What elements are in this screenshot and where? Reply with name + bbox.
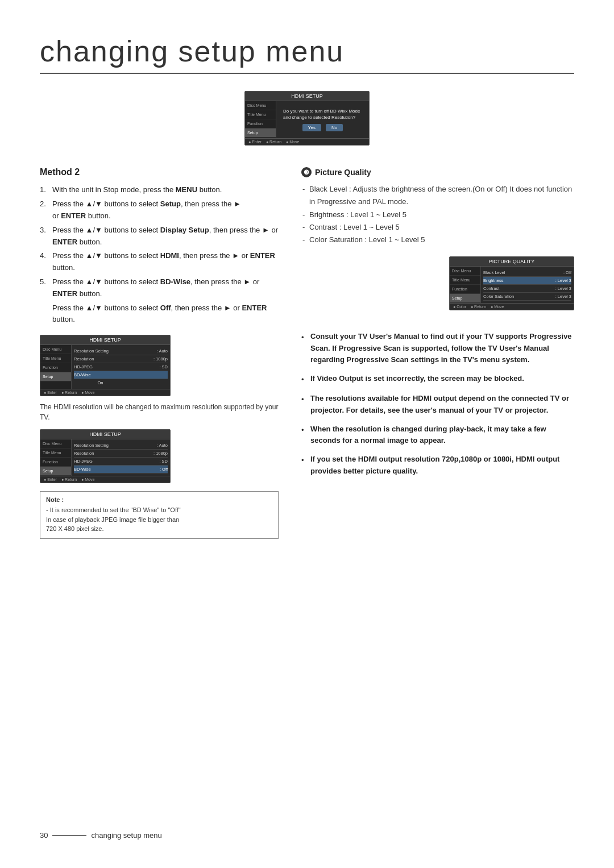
s2-nav-setup: Setup bbox=[40, 372, 71, 381]
btn-yes[interactable]: Yes bbox=[302, 124, 321, 131]
screen2-mockup: HDMI SETUP Disc Menu Title Menu Function… bbox=[40, 335, 171, 396]
bullet-text-2: If Video Output is set incorrectly, the … bbox=[310, 373, 574, 386]
note-text: - It is recommended to set the "BD Wise"… bbox=[46, 505, 272, 534]
s2-nav-func: Function bbox=[40, 363, 71, 372]
top-screen-sidebar: Disc Menu Title Menu Function Setup bbox=[245, 101, 276, 138]
s3-nav-setup: Setup bbox=[40, 467, 71, 476]
bullet-text-1: Consult your TV User's Manual to find ou… bbox=[310, 331, 574, 366]
pq-nav-title: Title Menu bbox=[450, 276, 480, 285]
screen2-nav: Disc Menu Title Menu Function Setup bbox=[40, 345, 72, 389]
pq-screen-header: PICTURE QUALITY bbox=[450, 257, 574, 267]
bullet-3: • The resolutions available for HDMI out… bbox=[301, 393, 574, 417]
pq-item-1: Black Level : Adjusts the brightness of … bbox=[301, 183, 574, 208]
note-title: Note : bbox=[46, 496, 272, 503]
s3-row-2: Resolution: 1080p bbox=[74, 450, 168, 458]
screen3-sidebar: Disc Menu Title Menu Function Setup Reso… bbox=[40, 439, 170, 476]
screen3-nav: Disc Menu Title Menu Function Setup bbox=[40, 439, 72, 476]
pq-screen-sidebar: Disc Menu Title Menu Function Setup Blac… bbox=[450, 267, 574, 303]
screen2-sidebar: Disc Menu Title Menu Function Setup Reso… bbox=[40, 345, 170, 389]
pq-list: Black Level : Adjusts the brightness of … bbox=[301, 183, 574, 246]
left-column: Method 2 1. With the unit in Stop mode, … bbox=[40, 167, 279, 538]
footer-enter: ● Enter bbox=[248, 140, 262, 144]
top-screen-buttons: Yes No bbox=[283, 124, 362, 131]
pq-heading: ❸ Picture Quality bbox=[301, 167, 574, 177]
pq-row-4: Color Saturation: Level 3 bbox=[483, 293, 571, 301]
bullet-text-5: If you set the HDMI output resolution 72… bbox=[310, 454, 574, 477]
step-4: 4. Press the ▲/▼ buttons to select HDMI,… bbox=[40, 250, 279, 274]
s2-off-label: On bbox=[74, 379, 168, 387]
pq-row-1: Black Level: Off bbox=[483, 269, 571, 277]
footer-label: changing setup menu bbox=[91, 831, 161, 840]
pq-screen-content: Black Level: Off Brightness: Level 3 Con… bbox=[481, 267, 574, 303]
s3-nav-disc: Disc Menu bbox=[40, 439, 71, 448]
page-footer: 30 changing setup menu bbox=[40, 831, 162, 840]
right-column: ❸ Picture Quality Black Level : Adjusts … bbox=[301, 167, 574, 538]
s2-row-3: HD-JPEG: SD bbox=[74, 363, 168, 371]
step-6: Press the ▲/▼ buttons to select Off, the… bbox=[40, 302, 279, 326]
footer-return: ● Return bbox=[266, 140, 281, 144]
screen2-header: HDMI SETUP bbox=[40, 335, 170, 345]
top-screen-footer: ● Enter ● Return ● Move bbox=[245, 138, 369, 145]
step-1: 1. With the unit in Stop mode, press the… bbox=[40, 184, 279, 196]
nav-function: Function bbox=[245, 119, 276, 128]
page-title: changing setup menu bbox=[40, 34, 574, 74]
pq-nav-disc: Disc Menu bbox=[450, 267, 480, 276]
bullet-text-4: When the resolution is changed during pl… bbox=[310, 423, 574, 447]
step-3: 3. Press the ▲/▼ buttons to select Displ… bbox=[40, 225, 279, 248]
nav-disc-menu: Disc Menu bbox=[245, 101, 276, 110]
nav-title-menu: Title Menu bbox=[245, 110, 276, 119]
pq-item-2: Brightness : Level 1 ~ Level 5 bbox=[301, 209, 574, 221]
s2-row-1: Resolution Setting: Auto bbox=[74, 347, 168, 355]
pq-item-3: Contrast : Level 1 ~ Level 5 bbox=[301, 221, 574, 234]
top-screen-content: Do you want to turn off BD Wixx Mode and… bbox=[276, 101, 369, 138]
note-box: Note : - It is recommended to set the "B… bbox=[40, 491, 279, 539]
pq-nav-func: Function bbox=[450, 285, 480, 294]
footer-line bbox=[52, 835, 86, 836]
bullet-dot-4: • bbox=[301, 425, 306, 447]
s3-nav-func: Function bbox=[40, 458, 71, 467]
nav-setup: Setup bbox=[245, 128, 276, 138]
top-screen-mockup: HDMI SETUP Disc Menu Title Menu Function… bbox=[244, 91, 370, 146]
pq-screen-footer: ● Color ● Return ● Move bbox=[450, 303, 574, 310]
pq-circle-num: ❸ bbox=[301, 167, 312, 177]
pq-screen-mockup: PICTURE QUALITY Disc Menu Title Menu Fun… bbox=[449, 256, 574, 310]
footer-move: ● Move bbox=[286, 140, 299, 144]
bullet-4: • When the resolution is changed during … bbox=[301, 423, 574, 447]
top-screen-dialog: Do you want to turn off BD Wixx Mode and… bbox=[279, 103, 367, 136]
bullet-dot-3: • bbox=[301, 394, 306, 417]
pq-screen-nav: Disc Menu Title Menu Function Setup bbox=[450, 267, 481, 303]
step-2: 2. Press the ▲/▼ buttons to select Setup… bbox=[40, 198, 279, 222]
bullet-text-3: The resolutions available for HDMI outpu… bbox=[310, 393, 574, 417]
bullet-2: • If Video Output is set incorrectly, th… bbox=[301, 373, 574, 386]
bullet-dot-1: • bbox=[301, 332, 306, 366]
page: changing setup menu HDMI SETUP Disc Menu… bbox=[0, 0, 614, 868]
screen3-footer: ● Enter ● Return ● Move bbox=[40, 476, 170, 483]
bullets-section: • Consult your TV User's Manual to find … bbox=[301, 331, 574, 477]
page-number: 30 bbox=[40, 831, 48, 840]
method-steps: 1. With the unit in Stop mode, press the… bbox=[40, 184, 279, 326]
s3-row-1: Resolution Setting: Auto bbox=[74, 442, 168, 450]
step-5: 5. Press the ▲/▼ buttons to select BD-Wi… bbox=[40, 276, 279, 300]
method-heading: Method 2 bbox=[40, 167, 279, 177]
btn-no[interactable]: No bbox=[326, 124, 343, 131]
bullet-1: • Consult your TV User's Manual to find … bbox=[301, 331, 574, 366]
screen3-mockup: HDMI SETUP Disc Menu Title Menu Function… bbox=[40, 429, 171, 483]
s2-nav-title: Title Menu bbox=[40, 354, 71, 363]
bullet-dot-5: • bbox=[301, 455, 306, 477]
s2-row-4: BD-Wise bbox=[74, 371, 168, 379]
s3-row-3: HD-JPEG: SD bbox=[74, 458, 168, 466]
pq-nav-setup: Setup bbox=[450, 294, 480, 303]
screen2-footer: ● Enter ● Return ● Move bbox=[40, 389, 170, 396]
s3-row-4: BD-Wise: Off bbox=[74, 466, 168, 474]
top-screen-header: HDMI SETUP bbox=[245, 92, 369, 101]
top-screen-dialog-text: Do you want to turn off BD Wixx Mode and… bbox=[283, 108, 362, 121]
screen2-content: Resolution Setting: Auto Resolution: 108… bbox=[72, 345, 170, 389]
s3-nav-title: Title Menu bbox=[40, 448, 71, 458]
bullet-dot-2: • bbox=[301, 374, 306, 386]
screen2-caption: The HDMI resolution will be changed to m… bbox=[40, 402, 279, 422]
bullet-5: • If you set the HDMI output resolution … bbox=[301, 454, 574, 477]
pq-row-2: Brightness: Level 3 bbox=[483, 277, 571, 285]
content-area: Method 2 1. With the unit in Stop mode, … bbox=[40, 167, 574, 538]
s2-nav-disc: Disc Menu bbox=[40, 345, 71, 354]
pq-item-4: Color Saturation : Level 1 ~ Level 5 bbox=[301, 234, 574, 246]
